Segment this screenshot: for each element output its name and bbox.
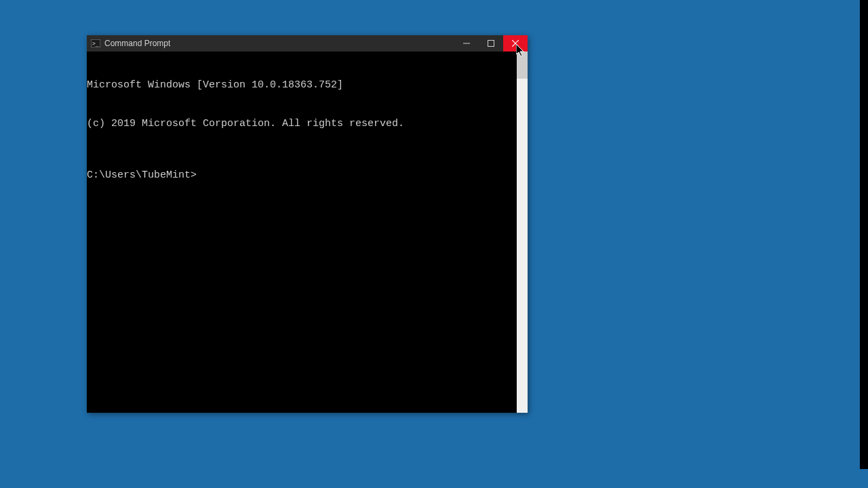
command-prompt-icon: >_ [91, 39, 100, 47]
maximize-button[interactable] [479, 35, 503, 52]
terminal-output: Microsoft Windows [Version 10.0.18363.75… [87, 52, 517, 413]
vertical-scrollbar[interactable] [517, 52, 528, 413]
terminal-body[interactable]: Microsoft Windows [Version 10.0.18363.75… [87, 52, 528, 413]
svg-rect-3 [488, 41, 494, 47]
copyright-line: (c) 2019 Microsoft Corporation. All righ… [87, 117, 517, 130]
version-line: Microsoft Windows [Version 10.0.18363.75… [87, 79, 517, 92]
window-title: Command Prompt [104, 39, 170, 48]
prompt-line: C:\Users\TubeMint> [87, 169, 517, 182]
svg-text:>_: >_ [92, 41, 99, 47]
close-button[interactable] [503, 35, 528, 52]
window-titlebar[interactable]: >_ Command Prompt [87, 35, 528, 52]
window-controls [454, 35, 528, 52]
command-prompt-window: >_ Command Prompt Microsoft Windows [Ver… [87, 35, 528, 413]
screen-right-border [860, 0, 868, 469]
scrollbar-thumb[interactable] [517, 52, 528, 79]
minimize-button[interactable] [454, 35, 479, 52]
